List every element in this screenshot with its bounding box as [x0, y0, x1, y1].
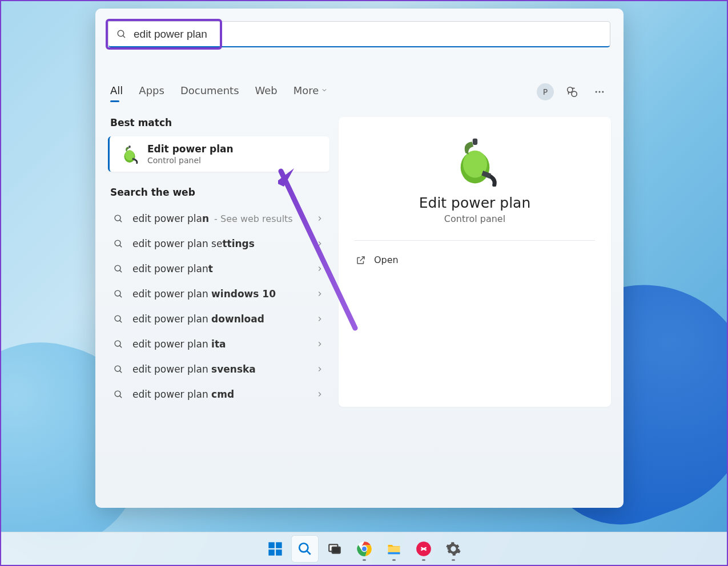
svg-point-17: [115, 290, 120, 296]
svg-line-14: [120, 245, 122, 247]
tab-more[interactable]: More: [293, 84, 328, 100]
chevron-down-icon: [321, 87, 328, 94]
svg-line-24: [120, 370, 122, 373]
chevron-right-icon: [316, 240, 324, 248]
svg-rect-39: [332, 547, 340, 553]
best-match-item[interactable]: Edit power plan Control panel: [108, 136, 329, 172]
svg-line-37: [307, 551, 311, 555]
detail-subtitle: Control panel: [355, 213, 595, 224]
more-options[interactable]: [590, 83, 609, 101]
search-panel: All Apps Documents Web More P Best match: [95, 9, 624, 508]
search-icon: [116, 29, 127, 39]
web-result-text: edit power plan svenska: [132, 363, 307, 375]
power-plan-icon: [120, 144, 139, 164]
detail-divider: [355, 240, 595, 241]
svg-line-12: [120, 220, 122, 222]
badge-icon: [566, 86, 578, 98]
taskbar-app-red[interactable]: [411, 536, 437, 562]
web-result-text: edit power plan settings: [132, 238, 307, 249]
svg-rect-29: [472, 139, 477, 145]
web-result[interactable]: edit power plan ita: [108, 331, 329, 357]
web-result-text: edit power plant: [132, 263, 307, 274]
filter-tabs: All Apps Documents Web More P: [108, 83, 611, 101]
tab-documents[interactable]: Documents: [180, 84, 239, 100]
web-result[interactable]: edit power plan cmd: [108, 382, 329, 407]
taskview-icon: [327, 541, 342, 556]
svg-line-18: [120, 295, 122, 297]
search-input[interactable]: [134, 28, 602, 41]
search-icon: [114, 339, 123, 349]
open-icon: [356, 255, 366, 265]
taskbar-explorer[interactable]: [381, 536, 407, 562]
web-result[interactable]: edit power plant: [108, 256, 329, 281]
taskbar-chrome[interactable]: [351, 536, 377, 562]
svg-line-26: [120, 395, 122, 398]
chevron-right-icon: [316, 340, 324, 348]
web-result[interactable]: edit power plan svenska: [108, 357, 329, 382]
svg-line-16: [120, 270, 122, 272]
taskbar-start[interactable]: [262, 536, 288, 562]
svg-point-3: [572, 91, 577, 96]
svg-point-13: [115, 240, 120, 246]
web-result[interactable]: edit power plan download: [108, 306, 329, 331]
results-column: Best match Edit power plan Control panel…: [108, 117, 329, 407]
web-result-text: edit power plan windows 10: [132, 288, 307, 300]
search-icon: [297, 541, 312, 556]
taskbar-search[interactable]: [292, 536, 318, 562]
ellipsis-icon: [594, 86, 605, 98]
web-result-text: edit power plan - See web results: [132, 213, 307, 224]
svg-rect-45: [388, 552, 400, 554]
folder-icon: [386, 541, 402, 557]
taskbar-settings[interactable]: [440, 536, 466, 562]
search-bar[interactable]: [108, 21, 610, 47]
chevron-right-icon: [316, 315, 324, 323]
open-label: Open: [374, 254, 399, 265]
svg-point-15: [115, 265, 120, 271]
search-icon: [114, 314, 123, 324]
search-icon: [114, 239, 123, 249]
web-result[interactable]: edit power plan - See web results: [108, 206, 329, 231]
search-web-heading: Search the web: [108, 187, 329, 198]
svg-line-20: [120, 320, 122, 322]
svg-rect-34: [268, 549, 275, 556]
svg-rect-35: [276, 549, 282, 556]
svg-point-21: [115, 341, 120, 346]
tab-web[interactable]: Web: [255, 84, 277, 100]
svg-point-11: [115, 215, 120, 221]
tab-apps[interactable]: Apps: [139, 84, 164, 100]
svg-point-5: [599, 91, 601, 93]
svg-rect-9: [128, 145, 130, 148]
chevron-right-icon: [316, 290, 324, 298]
web-results-list: edit power plan - See web results edit p…: [108, 206, 329, 407]
tab-all[interactable]: All: [110, 84, 123, 100]
chevron-right-icon: [316, 215, 324, 223]
chrome-icon: [356, 541, 372, 557]
svg-point-19: [115, 316, 120, 321]
svg-line-1: [123, 35, 125, 38]
power-plan-icon-large: [449, 135, 501, 187]
detail-title: Edit power plan: [355, 195, 595, 211]
svg-rect-32: [268, 542, 275, 548]
svg-point-36: [299, 543, 308, 552]
chevron-right-icon: [316, 390, 324, 398]
web-result[interactable]: edit power plan settings: [108, 231, 329, 256]
search-icon: [114, 365, 123, 374]
search-icon: [114, 289, 123, 299]
svg-point-0: [118, 30, 124, 37]
windows-icon: [267, 541, 283, 557]
best-match-heading: Best match: [108, 117, 329, 128]
web-result-text: edit power plan ita: [132, 338, 307, 350]
taskbar-taskview[interactable]: [321, 536, 348, 562]
svg-rect-33: [276, 542, 282, 548]
user-avatar[interactable]: P: [537, 83, 554, 100]
web-result[interactable]: edit power plan windows 10: [108, 281, 329, 306]
app-icon: [416, 541, 432, 557]
web-result-text: edit power plan cmd: [132, 389, 307, 400]
rewards-icon[interactable]: [563, 83, 581, 101]
chevron-right-icon: [316, 365, 324, 373]
web-result-text: edit power plan download: [132, 313, 307, 325]
search-icon: [114, 390, 123, 399]
search-icon: [114, 264, 123, 274]
best-match-subtitle: Control panel: [147, 156, 234, 165]
open-action[interactable]: Open: [355, 250, 595, 270]
